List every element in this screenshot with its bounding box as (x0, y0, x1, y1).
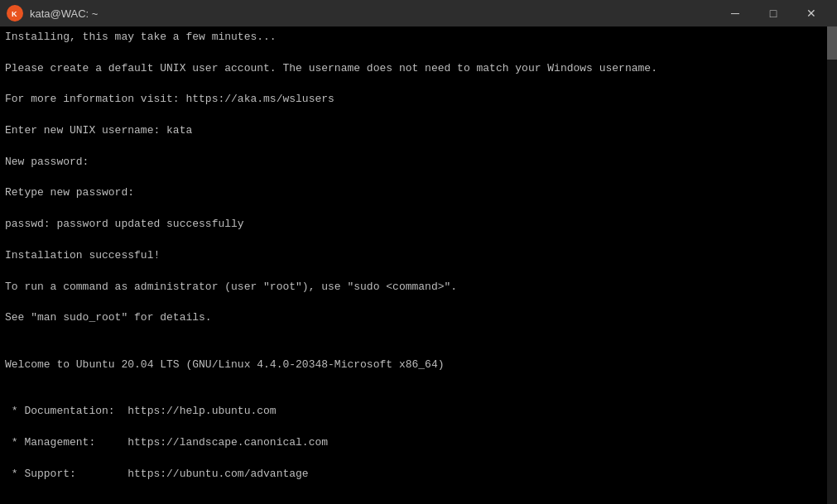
app-icon: K (7, 5, 23, 22)
terminal-window: K kata@WAC: ~ ─ □ ✕ Installing, this may… (0, 0, 837, 504)
window-controls: ─ □ ✕ (716, 0, 830, 26)
scrollbar-thumb[interactable] (827, 26, 837, 60)
scrollbar[interactable] (827, 26, 837, 504)
terminal-content: Installing, this may take a few minutes.… (5, 30, 832, 504)
svg-text:K: K (12, 10, 17, 18)
close-button[interactable]: ✕ (792, 0, 830, 26)
window-title: kata@WAC: ~ (30, 7, 98, 20)
terminal-body[interactable]: Installing, this may take a few minutes.… (0, 26, 837, 504)
maximize-button[interactable]: □ (754, 0, 792, 26)
titlebar: K kata@WAC: ~ ─ □ ✕ (0, 0, 837, 26)
minimize-button[interactable]: ─ (716, 0, 754, 26)
titlebar-left: K kata@WAC: ~ (7, 5, 98, 22)
